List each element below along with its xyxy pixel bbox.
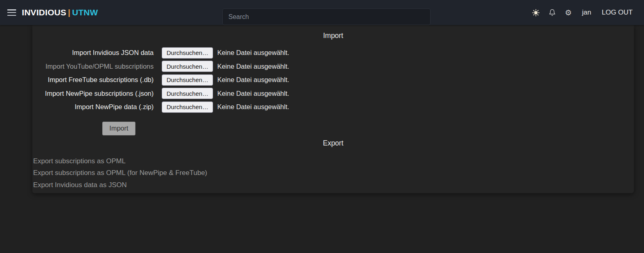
file-input-status: Keine Datei ausgewählt. <box>217 103 289 111</box>
search-bar <box>222 8 431 25</box>
file-browse-button[interactable]: Durchsuchen… <box>162 61 213 72</box>
export-opml-newpipe-freetube-link[interactable]: Export subscriptions as OPML (for NewPip… <box>33 167 207 179</box>
import-section-title: Import <box>32 25 634 40</box>
file-input-label: Import YouTube/OPML subscriptions <box>32 63 154 70</box>
top-navbar: INVIDIOUS|UTNW ⚙ jan LOG OUT <box>0 0 644 25</box>
file-browse-button[interactable]: Durchsuchen… <box>162 101 213 113</box>
hamburger-menu-icon[interactable] <box>7 9 16 16</box>
file-browse-button[interactable]: Durchsuchen… <box>162 74 213 86</box>
import-row-youtube-opml: Import YouTube/OPML subscriptions Durchs… <box>32 60 634 74</box>
import-row-newpipe-zip: Import NewPipe data (.zip) Durchsuchen… … <box>32 100 634 114</box>
site-logo[interactable]: INVIDIOUS|UTNW <box>22 8 98 17</box>
import-row-newpipe-json: Import NewPipe subscriptions (.json) Dur… <box>32 87 634 101</box>
search-input[interactable] <box>222 8 431 25</box>
navbar-right-group: ⚙ jan LOG OUT <box>532 0 633 25</box>
gear-icon[interactable]: ⚙ <box>564 8 572 17</box>
export-links-list: Export subscriptions as OPML Export subs… <box>32 155 634 191</box>
bell-icon[interactable] <box>548 8 556 17</box>
logout-link[interactable]: LOG OUT <box>602 8 633 17</box>
import-submit-button[interactable]: Import <box>102 122 135 135</box>
import-row-freetube-db: Import FreeTube subscriptions (.db) Durc… <box>32 73 634 87</box>
import-form: Import Invidious JSON data Durchsuchen… … <box>32 46 634 114</box>
file-input-status: Keine Datei ausgewählt. <box>217 76 289 84</box>
file-input-label: Import NewPipe data (.zip) <box>32 103 154 111</box>
export-section-title: Export <box>32 135 634 151</box>
file-browse-button[interactable]: Durchsuchen… <box>162 88 213 99</box>
logo-instance-name: UTNW <box>72 8 98 17</box>
data-import-export-panel: Import Import Invidious JSON data Durchs… <box>32 25 634 193</box>
file-input-label: Import FreeTube subscriptions (.db) <box>32 76 154 84</box>
file-input-status: Keine Datei ausgewählt. <box>217 63 289 70</box>
logo-primary: INVIDIOUS <box>22 8 66 17</box>
file-input-label: Import Invidious JSON data <box>32 49 154 57</box>
file-input-status: Keine Datei ausgewählt. <box>217 49 289 57</box>
export-invidious-json-link[interactable]: Export Invidious data as JSON <box>33 179 127 191</box>
file-browse-button[interactable]: Durchsuchen… <box>162 47 213 59</box>
logo-separator: | <box>66 8 72 17</box>
import-row-invidious-json: Import Invidious JSON data Durchsuchen… … <box>32 46 634 60</box>
sun-icon[interactable] <box>532 8 540 17</box>
file-input-status: Keine Datei ausgewählt. <box>217 90 289 97</box>
file-input-label: Import NewPipe subscriptions (.json) <box>32 90 154 97</box>
username-label: jan <box>582 8 591 17</box>
export-opml-link[interactable]: Export subscriptions as OPML <box>33 155 126 167</box>
